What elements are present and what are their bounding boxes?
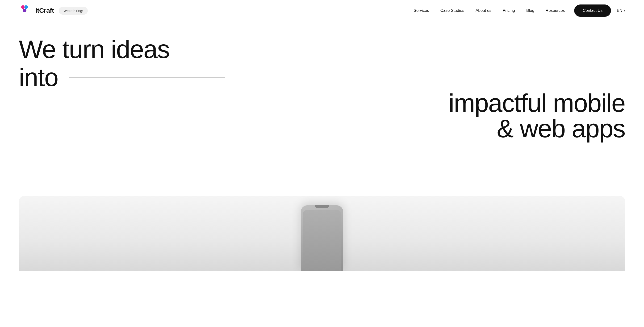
hero-line4-text: & web apps bbox=[497, 115, 625, 143]
nav-item-services[interactable]: Services bbox=[414, 8, 429, 13]
hero-into: into bbox=[19, 64, 58, 92]
hero-line2: into bbox=[19, 64, 625, 92]
nav-links: Services Case Studies About us Pricing B… bbox=[414, 8, 565, 13]
hero-section: We turn ideas into impactful mobile & we… bbox=[0, 21, 644, 186]
logo-text: itCraft bbox=[36, 7, 54, 14]
hero-line3-text: impactful mobile bbox=[449, 89, 625, 117]
svg-marker-0 bbox=[21, 6, 25, 9]
nav-item-resources[interactable]: Resources bbox=[546, 8, 565, 13]
nav-item-blog[interactable]: Blog bbox=[526, 8, 534, 13]
hero-title: We turn ideas into bbox=[19, 36, 625, 92]
nav-item-about-us[interactable]: About us bbox=[476, 8, 491, 13]
lang-selector[interactable]: EN ▾ bbox=[617, 8, 625, 13]
hiring-badge[interactable]: We're hiring! bbox=[59, 7, 88, 15]
phone-notch bbox=[315, 205, 329, 208]
phone-screen bbox=[303, 210, 341, 271]
chevron-down-icon: ▾ bbox=[624, 9, 625, 12]
hero-visual bbox=[19, 196, 625, 271]
hero-bottom-row: & web apps bbox=[19, 115, 625, 143]
logo-icon bbox=[19, 4, 31, 17]
phone-mockup bbox=[301, 205, 343, 271]
nav-item-pricing[interactable]: Pricing bbox=[503, 8, 515, 13]
nav-item-case-studies[interactable]: Case Studies bbox=[440, 8, 464, 13]
hero-line1: We turn ideas bbox=[19, 36, 625, 64]
lang-label: EN bbox=[617, 8, 622, 13]
svg-marker-1 bbox=[24, 6, 28, 9]
navbar: itCraft We're hiring! Services Case Stud… bbox=[0, 0, 644, 21]
logo-area: itCraft bbox=[19, 4, 54, 17]
hero-line3: impactful mobile bbox=[19, 89, 625, 117]
hero-separator bbox=[69, 77, 225, 78]
svg-marker-2 bbox=[23, 9, 26, 12]
contact-button[interactable]: Contact Us bbox=[574, 4, 611, 17]
